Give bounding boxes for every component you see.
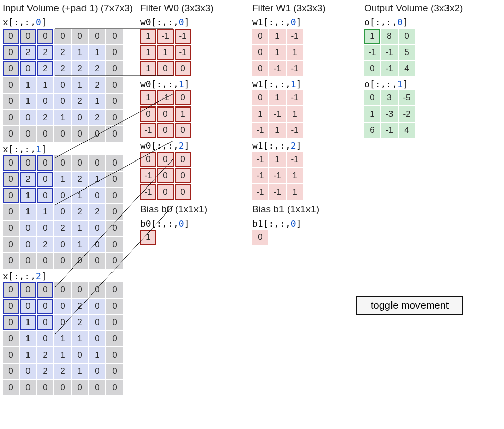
o0-cell: -1 bbox=[381, 61, 398, 76]
x0-cell: 1 bbox=[37, 77, 53, 93]
w01-cell: 0 bbox=[140, 106, 156, 122]
x2-cell: 0 bbox=[106, 299, 123, 314]
x2-cell: 0 bbox=[54, 380, 71, 395]
x1-cell: 0 bbox=[106, 221, 123, 236]
x2-cell: 0 bbox=[54, 299, 71, 314]
w12-cell: 1 bbox=[269, 152, 286, 167]
x1-cell: 0 bbox=[106, 237, 123, 252]
w02-cell: 0 bbox=[157, 168, 174, 183]
x0-cell: 1 bbox=[72, 77, 88, 93]
x2-cell: 1 bbox=[20, 347, 36, 363]
w11-cell: -1 bbox=[287, 123, 303, 138]
x2-cell: 2 bbox=[72, 299, 88, 314]
x2-cell: 0 bbox=[3, 315, 19, 330]
output-column: Output Volume (3x3x2) o[:,:,0] 180-1-150… bbox=[364, 3, 476, 138]
o1-cell: 6 bbox=[364, 123, 380, 138]
x0-cell: 0 bbox=[3, 45, 19, 60]
x1-cell: 0 bbox=[106, 204, 123, 220]
x1-cell: 0 bbox=[3, 172, 19, 187]
x1-cell: 0 bbox=[3, 155, 19, 171]
x1-cell: 0 bbox=[37, 172, 53, 187]
x0-cell: 0 bbox=[54, 126, 71, 142]
w11-cell: 1 bbox=[269, 90, 286, 105]
toggle-movement-button[interactable]: toggle movement bbox=[356, 296, 463, 315]
x0-cell: 2 bbox=[89, 77, 105, 93]
b0-grid: 1 bbox=[140, 230, 242, 245]
w1-slice1-label: w1[:,:,1] bbox=[252, 78, 354, 89]
x1-cell: 0 bbox=[72, 253, 88, 269]
b0-label: b0[:,:,0] bbox=[140, 218, 242, 229]
x0-cell: 1 bbox=[89, 94, 105, 109]
w00-cell: 1 bbox=[140, 29, 156, 44]
x2-cell: 0 bbox=[37, 380, 53, 395]
x2-cell: 0 bbox=[106, 315, 123, 330]
x0-cell: 2 bbox=[54, 61, 71, 76]
x0-cell: 0 bbox=[106, 77, 123, 93]
output-slice0-grid: 180-1-150-14 bbox=[364, 29, 476, 76]
w01-cell: 0 bbox=[175, 90, 191, 105]
w0-slice1-label: w0[:,:,1] bbox=[140, 78, 242, 89]
x0-cell: 0 bbox=[72, 126, 88, 142]
x1-cell: 0 bbox=[54, 237, 71, 252]
input-slice1-grid: 0000000020121001001000110220000210000201… bbox=[3, 155, 130, 269]
x0-cell: 0 bbox=[106, 126, 123, 142]
x0-cell: 2 bbox=[20, 45, 36, 60]
x0-cell: 0 bbox=[20, 110, 36, 125]
x2-cell: 0 bbox=[37, 331, 53, 346]
w10-cell: -1 bbox=[269, 61, 286, 76]
b1-header: Bias b1 (1x1x1) bbox=[252, 204, 354, 215]
x0-cell: 2 bbox=[37, 110, 53, 125]
o0-cell: -1 bbox=[381, 45, 398, 60]
x0-cell: 2 bbox=[72, 94, 88, 109]
x0-cell: 0 bbox=[3, 29, 19, 44]
w01-cell: 0 bbox=[175, 123, 191, 138]
x0-cell: 0 bbox=[37, 126, 53, 142]
x2-cell: 2 bbox=[37, 347, 53, 363]
x0-cell: 0 bbox=[54, 29, 71, 44]
x1-cell: 0 bbox=[54, 204, 71, 220]
x0-cell: 2 bbox=[89, 61, 105, 76]
w10-cell: 1 bbox=[269, 29, 286, 44]
b1-grid: 0 bbox=[252, 230, 354, 245]
x2-cell: 1 bbox=[20, 331, 36, 346]
w02-cell: 0 bbox=[140, 152, 156, 167]
output-slice1-label: o[:,:,1] bbox=[364, 78, 476, 89]
x2-cell: 1 bbox=[89, 347, 105, 363]
x2-cell: 0 bbox=[3, 331, 19, 346]
w11-cell: 1 bbox=[252, 106, 268, 122]
x1-cell: 0 bbox=[89, 155, 105, 171]
w12-cell: -1 bbox=[269, 184, 286, 200]
x1-cell: 0 bbox=[37, 155, 53, 171]
x2-cell: 0 bbox=[20, 364, 36, 379]
x0-cell: 2 bbox=[37, 45, 53, 60]
x0-cell: 0 bbox=[54, 77, 71, 93]
x0-cell: 0 bbox=[106, 94, 123, 109]
w02-cell: -1 bbox=[140, 168, 156, 183]
w12-cell: 1 bbox=[287, 168, 303, 183]
x0-cell: 0 bbox=[72, 110, 88, 125]
x2-cell: 1 bbox=[72, 364, 88, 379]
x1-cell: 0 bbox=[106, 253, 123, 269]
w1-slice1-grid: 01-11-11-11-1 bbox=[252, 90, 354, 138]
b0-header: Bias b0 (1x1x1) bbox=[140, 204, 242, 215]
x1-cell: 1 bbox=[89, 172, 105, 187]
o0-cell: 0 bbox=[364, 61, 380, 76]
x1-cell: 0 bbox=[89, 188, 105, 203]
w02-cell: 0 bbox=[175, 168, 191, 183]
x2-cell: 0 bbox=[20, 299, 36, 314]
x2-cell: 0 bbox=[72, 347, 88, 363]
input-slice0-label: x[:,:,0] bbox=[3, 17, 130, 28]
x1-cell: 1 bbox=[72, 237, 88, 252]
input-slice2-grid: 0000000000020001002000101100012101000221… bbox=[3, 282, 130, 395]
w11-cell: 1 bbox=[269, 123, 286, 138]
x0-cell: 0 bbox=[20, 29, 36, 44]
w0-slice1-grid: 1-10001-100 bbox=[140, 90, 242, 138]
w1-slice2-grid: -11-1-1-11-1-11 bbox=[252, 152, 354, 200]
input-slice0-grid: 0000000022211000222200110120010021000210… bbox=[3, 29, 130, 142]
x0-cell: 0 bbox=[37, 29, 53, 44]
x0-cell: 0 bbox=[3, 94, 19, 109]
x2-cell: 2 bbox=[54, 364, 71, 379]
x1-cell: 0 bbox=[89, 221, 105, 236]
o1-cell: 3 bbox=[381, 90, 398, 105]
x1-cell: 2 bbox=[37, 237, 53, 252]
